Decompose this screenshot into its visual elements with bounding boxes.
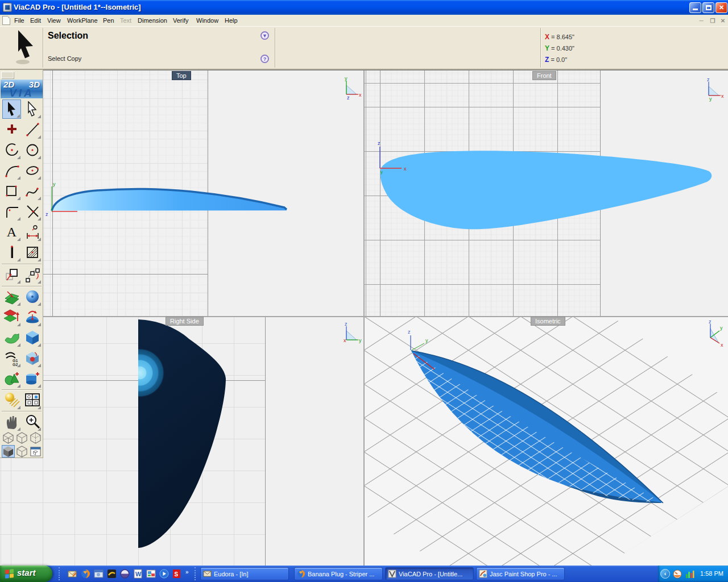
tool-pan[interactable] bbox=[2, 412, 21, 431]
view-mode-window[interactable] bbox=[29, 445, 42, 458]
globe-ball-icon[interactable] bbox=[120, 569, 130, 579]
start-button[interactable]: start bbox=[0, 566, 52, 582]
menu-file[interactable]: File bbox=[14, 15, 24, 26]
tool-surface[interactable] bbox=[2, 328, 21, 347]
viewport-label-isometric[interactable]: Isometric bbox=[531, 317, 565, 326]
tool-workplane[interactable] bbox=[2, 287, 21, 306]
menu-bar: File Edit View WorkPlane Pen Text Dimens… bbox=[0, 15, 728, 26]
mdi-restore-icon[interactable]: ❐ bbox=[708, 18, 717, 25]
app-window-icon[interactable] bbox=[94, 569, 104, 579]
mdi-close-icon[interactable]: ✕ bbox=[718, 18, 727, 25]
close-button[interactable]: ✕ bbox=[715, 2, 727, 13]
options-dropdown-button[interactable]: ▼ bbox=[260, 31, 269, 40]
svg-text:y: y bbox=[709, 96, 712, 102]
menu-workplane[interactable]: WorkPlane bbox=[67, 15, 98, 26]
tool-line-vertical[interactable] bbox=[2, 243, 21, 262]
top-axis-triad-icon: y x z bbox=[341, 76, 362, 101]
tool-point[interactable] bbox=[2, 120, 21, 139]
overflow-chevrons[interactable]: » bbox=[185, 569, 189, 575]
tool-sphere[interactable] bbox=[23, 287, 42, 306]
tool-title: Selection bbox=[48, 31, 88, 41]
tool-line[interactable] bbox=[23, 120, 42, 139]
view-mode-wireframe-1[interactable] bbox=[2, 431, 15, 444]
tool-hatch[interactable] bbox=[23, 243, 42, 262]
help-button[interactable]: ? bbox=[260, 55, 269, 63]
view-mode-wireframe-2[interactable] bbox=[15, 431, 28, 444]
viewport-label-front[interactable]: Front bbox=[532, 71, 556, 80]
tool-render[interactable] bbox=[2, 390, 21, 410]
menu-text: Text bbox=[120, 15, 131, 26]
firefox-icon[interactable] bbox=[81, 569, 90, 579]
tool-curve[interactable] bbox=[2, 161, 21, 180]
tool-dimension[interactable] bbox=[23, 222, 42, 242]
viewport-front-grid[interactable] bbox=[364, 70, 601, 316]
menu-pen[interactable]: Pen bbox=[103, 15, 114, 26]
minimize-button[interactable] bbox=[689, 2, 701, 13]
red-s-icon[interactable]: S bbox=[172, 569, 181, 579]
tool-viewport-layout[interactable] bbox=[23, 390, 42, 410]
taskbar-task-jasc[interactable]: Jasc Paint Shop Pro - ... bbox=[476, 567, 565, 580]
menu-window[interactable]: Window bbox=[196, 15, 218, 26]
tool-select-open[interactable] bbox=[23, 99, 42, 119]
tool-rectangle[interactable] bbox=[2, 181, 21, 201]
tray-collapse-chevron[interactable]: ‹ bbox=[660, 569, 670, 579]
sygate-icon[interactable] bbox=[107, 569, 117, 579]
tray-usage-bars-icon[interactable] bbox=[685, 569, 694, 579]
menu-view[interactable]: View bbox=[47, 15, 61, 26]
tool-boolean-add[interactable] bbox=[2, 369, 21, 388]
viewport-horizontal-divider[interactable] bbox=[0, 316, 728, 317]
view-mode-wireframe-4[interactable] bbox=[15, 445, 28, 458]
taskbar-task-viacad[interactable]: ViaCAD Pro - [Untitle... bbox=[385, 567, 474, 580]
tool-spline[interactable] bbox=[23, 181, 42, 201]
svg-text:z: z bbox=[709, 321, 712, 325]
restore-button[interactable] bbox=[702, 2, 714, 13]
tool-select[interactable] bbox=[2, 99, 21, 119]
tool-text[interactable]: A bbox=[2, 222, 21, 242]
tool-transform-path[interactable] bbox=[23, 265, 42, 284]
menu-verify[interactable]: Verify bbox=[173, 15, 189, 26]
firefox-task-icon bbox=[297, 569, 305, 578]
word-icon[interactable]: W bbox=[133, 569, 143, 579]
tray-gauge-icon[interactable] bbox=[673, 569, 682, 579]
view-mode-wireframe-3[interactable] bbox=[29, 431, 42, 444]
tool-ellipse[interactable] bbox=[23, 161, 42, 180]
view-mode-shaded[interactable] bbox=[2, 445, 15, 458]
tool-curvature[interactable]: G1G2 bbox=[2, 348, 21, 368]
palette-grip[interactable] bbox=[1, 72, 14, 78]
eudora-mail-icon bbox=[203, 569, 212, 578]
tool-solid-core[interactable] bbox=[23, 348, 42, 368]
tool-options-bar: Selection Select Copy ▼ ? X = 8.645" Y =… bbox=[0, 26, 728, 70]
document-icon[interactable] bbox=[2, 16, 10, 25]
viewport-top-grid[interactable] bbox=[43, 70, 208, 316]
tray-clock[interactable]: 1:58 PM bbox=[700, 570, 723, 577]
taskbar-task-banana-plug[interactable]: Banana Plug - Striper ... bbox=[294, 567, 383, 580]
viewport-vertical-divider[interactable] bbox=[363, 70, 365, 566]
mail-compose-icon[interactable] bbox=[68, 569, 77, 579]
viewport-isometric-canvas[interactable] bbox=[364, 316, 728, 566]
tool-arc[interactable] bbox=[2, 140, 21, 160]
tool-revolve[interactable] bbox=[23, 307, 42, 327]
media-player-icon[interactable] bbox=[159, 569, 169, 579]
viewport-label-rightside[interactable]: Right Side bbox=[166, 317, 204, 326]
menu-edit[interactable]: Edit bbox=[30, 15, 41, 26]
tool-circle[interactable] bbox=[23, 140, 42, 160]
taskbar-task-eudora[interactable]: Eudora - [In] bbox=[200, 567, 289, 580]
front-axis-triad-icon: z x y bbox=[704, 77, 726, 102]
viewport-label-top[interactable]: Top bbox=[172, 71, 191, 80]
photo-viewer-icon[interactable] bbox=[146, 569, 156, 579]
top-view-grid-axis-horizontal bbox=[43, 274, 208, 275]
tool-fillet[interactable] bbox=[2, 202, 21, 221]
tool-transform-move[interactable] bbox=[2, 265, 21, 284]
tool-zoom[interactable] bbox=[23, 412, 42, 431]
tool-cube[interactable] bbox=[23, 328, 42, 347]
menu-dimension[interactable]: Dimension bbox=[138, 15, 167, 26]
svg-text:x: x bbox=[721, 342, 723, 348]
tool-stack-planes[interactable] bbox=[2, 307, 21, 327]
selection-cursor-icon bbox=[14, 29, 39, 66]
menu-help[interactable]: Help bbox=[225, 15, 238, 26]
tool-extrude-add[interactable] bbox=[23, 369, 42, 388]
svg-text:x: x bbox=[721, 93, 724, 99]
tool-trim[interactable] bbox=[23, 202, 42, 221]
title-bar: ViaCAD Pro - [Untitled 1*--Isometric] ✕ bbox=[0, 0, 728, 15]
mdi-minimize-icon[interactable]: ─ bbox=[697, 18, 706, 25]
